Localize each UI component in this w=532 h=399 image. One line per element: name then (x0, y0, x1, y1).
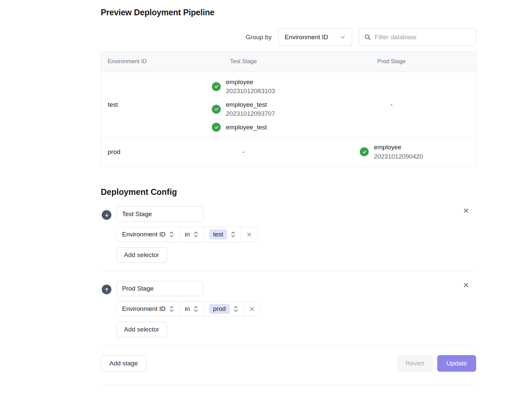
selector-row: Environment ID in prod (116, 301, 260, 317)
database-item: employee_test 20231012093707 (212, 100, 275, 118)
add-selector-button[interactable]: Add selector (116, 247, 167, 263)
empty-stage-dash: - (242, 148, 244, 156)
prod-stage-cell: - (307, 101, 476, 108)
group-by-label: Group by (246, 34, 272, 41)
page-bottom-divider (101, 385, 476, 385)
success-check-icon (212, 123, 221, 132)
database-item: employee 20231012083103 (212, 77, 275, 96)
add-stage-button[interactable]: Add stage (101, 355, 147, 372)
database-name: employee (374, 143, 423, 152)
filter-database-box (359, 28, 476, 46)
database-list: employee 20231012090420 (360, 143, 423, 161)
filter-database-input[interactable] (375, 34, 471, 41)
page-title: Preview Deployment Pipeline (101, 8, 476, 17)
selector-row: Environment ID in test (116, 227, 258, 242)
database-item: employee 20231012090420 (360, 143, 423, 161)
database-list: employee 20231012083103 employee_test 20… (212, 77, 275, 132)
table-row-prod: prod - employee 20231012090420 (101, 137, 476, 166)
group-by-selected-value: Environment ID (285, 34, 328, 41)
update-button[interactable]: Update (437, 355, 476, 372)
remove-stage-button[interactable] (462, 281, 470, 289)
database-item: employee_test (212, 123, 267, 132)
updown-stepper-icon (231, 231, 235, 238)
test-stage-cell: employee 20231012083103 employee_test 20… (180, 77, 307, 132)
success-check-icon (212, 82, 221, 91)
database-version: 20231012090420 (374, 152, 423, 161)
selector-operator-value: in (185, 231, 190, 238)
database-name: employee_test (226, 100, 275, 109)
group-by-select[interactable]: Environment ID (278, 28, 352, 46)
remove-selector-button[interactable] (241, 227, 257, 242)
column-header-prod-stage: Prod Stage (307, 58, 476, 65)
column-header-test-stage: Test Stage (180, 58, 307, 65)
table-header: Environment ID Test Stage Prod Stage (101, 52, 476, 71)
updown-stepper-icon (169, 231, 174, 238)
selector-field-value: Environment ID (122, 231, 166, 238)
selector-field-value: Environment ID (122, 305, 166, 313)
test-stage-cell: - (180, 148, 307, 156)
empty-stage-dash: - (390, 101, 392, 108)
database-label: employee_test (226, 123, 267, 132)
arrow-up-icon (102, 285, 111, 294)
revert-button[interactable]: Revert (397, 355, 433, 372)
database-label: employee 20231012083103 (226, 77, 275, 96)
main-content: Preview Deployment Pipeline Group by Env… (101, 0, 476, 385)
pipeline-preview-table: Environment ID Test Stage Prod Stage tes… (101, 51, 476, 166)
remove-stage-button[interactable] (462, 206, 470, 215)
database-name: employee (226, 77, 275, 87)
updown-stepper-icon (194, 305, 198, 313)
updown-stepper-icon (194, 231, 198, 238)
prod-stage-cell: employee 20231012090420 (307, 143, 476, 161)
database-label: employee 20231012090420 (374, 143, 423, 161)
selector-value-select[interactable]: prod (203, 302, 243, 316)
database-version: 20231012093707 (226, 109, 275, 118)
search-icon (364, 34, 371, 41)
updown-stepper-icon (233, 305, 238, 313)
success-check-icon (360, 147, 369, 156)
updown-stepper-icon (169, 305, 174, 313)
database-version: 20231012083103 (226, 86, 275, 96)
stage-block-prod: Environment ID in prod (101, 281, 476, 337)
pipeline-toolbar: Group by Environment ID (101, 28, 476, 46)
deployment-config-heading: Deployment Config (101, 187, 476, 197)
selector-value-tag: test (209, 229, 227, 239)
arrow-down-icon (102, 210, 111, 220)
selector-operator-select[interactable]: in (179, 302, 203, 316)
database-name: employee_test (226, 123, 267, 132)
footer-top-divider (101, 345, 476, 346)
selector-value-select[interactable]: test (203, 227, 241, 242)
remove-selector-button[interactable] (243, 302, 260, 316)
selector-operator-value: in (185, 305, 190, 313)
chevron-down-icon (340, 34, 346, 40)
config-footer: Add stage Revert Update (101, 355, 476, 372)
footer-actions: Revert Update (397, 355, 476, 372)
selector-operator-select[interactable]: in (179, 227, 203, 242)
table-row-test: test employee 20231012083103 (101, 71, 476, 137)
stage-block-test: Environment ID in test (101, 206, 476, 263)
stage-title-input[interactable] (116, 281, 203, 296)
database-label: employee_test 20231012093707 (226, 100, 275, 118)
selector-value-tag: prod (209, 304, 230, 314)
column-header-environment: Environment ID (101, 58, 180, 65)
environment-cell: test (101, 101, 180, 108)
stage-title-input[interactable] (116, 206, 203, 222)
success-check-icon (212, 105, 221, 114)
selector-field-select[interactable]: Environment ID (117, 302, 179, 316)
selector-field-select[interactable]: Environment ID (117, 227, 179, 242)
stage-divider (101, 271, 476, 271)
add-selector-button[interactable]: Add selector (116, 322, 167, 337)
environment-cell: prod (101, 148, 180, 156)
